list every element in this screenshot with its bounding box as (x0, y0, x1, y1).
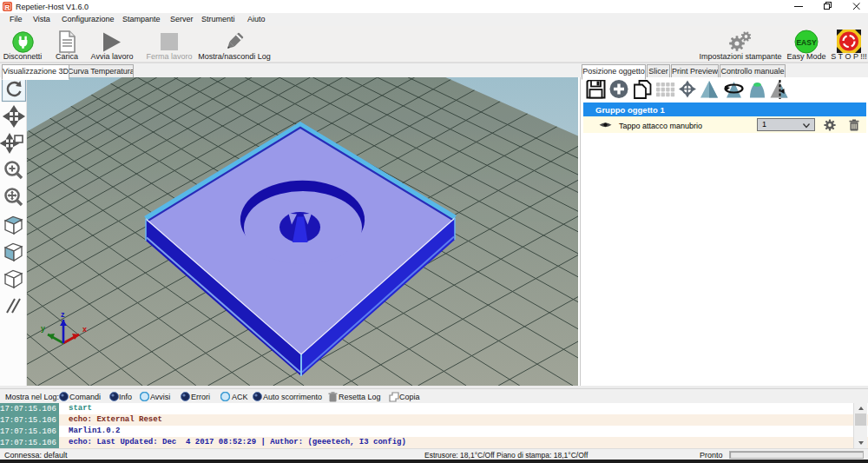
svg-text:z: z (61, 310, 65, 319)
svg-text:R: R (5, 3, 10, 11)
svg-text:EASY: EASY (796, 38, 816, 47)
svg-text:y: y (41, 324, 45, 333)
svg-text:x: x (82, 325, 87, 334)
